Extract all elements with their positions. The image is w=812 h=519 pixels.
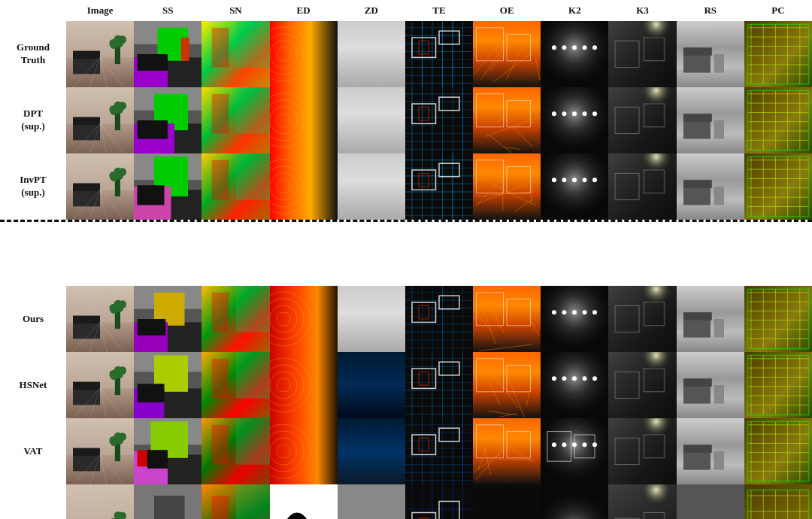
dashed-divider <box>0 220 812 222</box>
cell-hsnet-k2 <box>541 352 608 418</box>
cell-ours-sn <box>201 286 269 352</box>
cell-hsnet-rs <box>677 352 744 418</box>
cell-invpt-ed <box>270 153 338 220</box>
cell-dpt-ss <box>134 87 201 153</box>
cell-ours-ed <box>270 286 338 352</box>
cell-hsnet-sn <box>201 352 269 418</box>
cell-hsnet-oe <box>473 352 541 418</box>
cell-invpt-oe <box>473 153 541 220</box>
header-k2: K2 <box>541 0 608 21</box>
cell-gt-image <box>66 21 134 87</box>
cell-dgpnet-oe <box>473 484 541 519</box>
cell-dpt-image <box>66 87 134 153</box>
cell-dpt-rs <box>677 87 744 153</box>
cell-dgpnet-k2 <box>541 484 608 519</box>
header-te: TE <box>405 0 473 21</box>
cell-ours-oe <box>473 286 541 352</box>
cell-vat-ss <box>134 418 201 484</box>
row-label-dpt: DPT(sup.) <box>0 87 66 153</box>
cell-dgpnet-rs <box>677 484 744 519</box>
cell-hsnet-k3 <box>608 352 676 418</box>
cell-gt-ss <box>134 21 201 87</box>
cell-ours-te <box>405 286 473 352</box>
header-ed: ED <box>270 0 338 21</box>
cell-dgpnet-k3 <box>608 484 676 519</box>
cell-ours-image <box>66 286 134 352</box>
cell-dgpnet-ed <box>270 484 338 519</box>
cell-invpt-image <box>66 153 134 220</box>
cell-gt-sn <box>201 21 269 87</box>
cell-invpt-k2 <box>541 153 608 220</box>
cell-invpt-sn <box>201 153 269 220</box>
cell-ours-ss <box>134 286 201 352</box>
cell-dgpnet-image <box>66 484 134 519</box>
row-label-ours: Ours <box>0 286 66 352</box>
cell-gt-ed <box>270 21 338 87</box>
cell-invpt-zd <box>338 153 405 220</box>
cell-vat-pc <box>744 418 812 484</box>
cell-dgpnet-ss <box>134 484 201 519</box>
cell-hsnet-te <box>405 352 473 418</box>
row-label-vat: VAT <box>0 418 66 484</box>
cell-dpt-oe <box>473 87 541 153</box>
header-sn: SN <box>201 0 269 21</box>
cell-ours-zd <box>338 286 405 352</box>
cell-invpt-pc <box>744 153 812 220</box>
cell-ours-k3 <box>608 286 676 352</box>
header-k3: K3 <box>608 0 676 21</box>
row-label-gt: GroundTruth <box>0 21 66 87</box>
row-label-hsnet: HSNet <box>0 352 66 418</box>
cell-gt-rs <box>677 21 744 87</box>
cell-invpt-te <box>405 153 473 220</box>
cell-dpt-k2 <box>541 87 608 153</box>
cell-invpt-k3 <box>608 153 676 220</box>
cell-gt-zd <box>338 21 405 87</box>
cell-dgpnet-zd <box>338 484 405 519</box>
cell-ours-k2 <box>541 286 608 352</box>
cell-gt-te <box>405 21 473 87</box>
cell-vat-image <box>66 418 134 484</box>
cell-gt-pc <box>744 21 812 87</box>
cell-hsnet-ed <box>270 352 338 418</box>
cell-dpt-zd <box>338 87 405 153</box>
cell-hsnet-zd <box>338 352 405 418</box>
cell-dgpnet-pc: php <box>744 484 812 519</box>
cell-dgpnet-sn <box>201 484 269 519</box>
cell-vat-ed <box>270 418 338 484</box>
header-image: Image <box>66 0 134 21</box>
cell-dgpnet-te <box>405 484 473 519</box>
header-ss: SS <box>134 0 201 21</box>
cell-gt-k3 <box>608 21 676 87</box>
row-label-dgpnet: DGPNet <box>0 484 66 519</box>
cell-dpt-k3 <box>608 87 676 153</box>
cell-gt-oe <box>473 21 541 87</box>
cell-dpt-pc <box>744 87 812 153</box>
cell-ours-pc <box>744 286 812 352</box>
cell-vat-rs <box>677 418 744 484</box>
header-rs: RS <box>677 0 744 21</box>
cell-dpt-te <box>405 87 473 153</box>
cell-invpt-rs <box>677 153 744 220</box>
cell-gt-k2 <box>541 21 608 87</box>
cell-vat-oe <box>473 418 541 484</box>
cell-vat-sn <box>201 418 269 484</box>
cell-hsnet-ss <box>134 352 201 418</box>
header-zd: ZD <box>338 0 405 21</box>
header-oe: OE <box>473 0 541 21</box>
cell-dpt-ed <box>270 87 338 153</box>
cell-vat-k2 <box>541 418 608 484</box>
cell-vat-zd <box>338 418 405 484</box>
cell-ours-rs <box>677 286 744 352</box>
cell-dpt-sn <box>201 87 269 153</box>
row-label-invpt: InvPT(sup.) <box>0 153 66 220</box>
header-pc: PC <box>744 0 812 21</box>
main-grid: Image SS SN ED ZD TE OE K2 K3 RS PC Grou… <box>0 0 812 519</box>
cell-hsnet-image <box>66 352 134 418</box>
cell-vat-k3 <box>608 418 676 484</box>
cell-hsnet-pc <box>744 352 812 418</box>
cell-invpt-ss <box>134 153 201 220</box>
header-label-placeholder <box>0 0 66 21</box>
cell-vat-te <box>405 418 473 484</box>
